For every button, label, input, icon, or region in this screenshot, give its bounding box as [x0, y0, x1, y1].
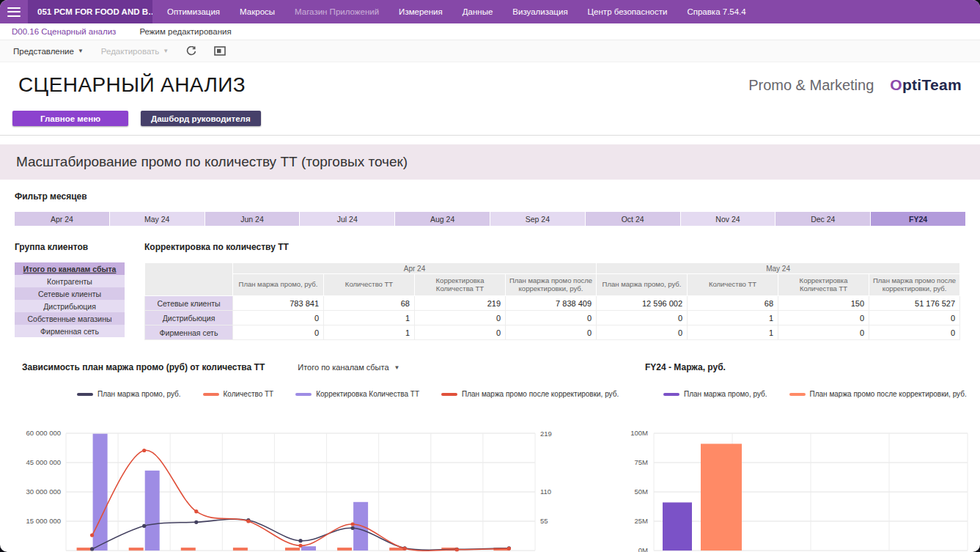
table-cell[interactable]: 0 [597, 325, 688, 340]
top-menubar: 051 PCM FOR FOOD AND B… ОптимизацияМакро… [0, 0, 980, 23]
table-cell[interactable]: 0 [415, 325, 506, 340]
table-cell[interactable]: 150 [778, 296, 869, 311]
month-filter-label: Фильтр месяцев [15, 191, 980, 202]
topbar-menu-item[interactable]: Магазин Приложений [295, 7, 379, 16]
table-cell[interactable]: 68 [324, 296, 415, 311]
month-filter-tab[interactable]: Nov 24 [681, 212, 776, 226]
client-groups-panel: Группа клиентов Итого по каналам сбытаКо… [15, 242, 125, 337]
table-row-label[interactable]: Фирменная сеть [145, 325, 233, 340]
table-month-group-header: May 24 [597, 263, 960, 274]
breadcrumb-dashboard-link[interactable]: D00.16 Сценарный анализ [12, 27, 116, 36]
main-menu-button[interactable]: Главное меню [12, 111, 128, 126]
table-row: Дистрибьюция01000100 [145, 311, 960, 325]
month-filter-tab[interactable]: Aug 24 [395, 212, 490, 226]
breadcrumb: D00.16 Сценарный анализ Режим редактиров… [0, 23, 980, 40]
client-group-item[interactable]: Сетевые клиенты [15, 287, 125, 300]
table-cell[interactable]: 0 [869, 325, 960, 340]
topbar-menu-item[interactable]: Оптимизация [167, 7, 220, 16]
table-row: Сетевые клиенты783 841682197 838 40912 5… [145, 296, 960, 311]
board-icon[interactable] [214, 46, 226, 56]
hamburger-menu-icon[interactable] [7, 7, 21, 17]
table-cell[interactable]: 68 [688, 296, 778, 311]
client-group-item[interactable]: Собственные магазины [15, 312, 125, 325]
table-cell[interactable]: 0 [778, 311, 869, 325]
table-cell[interactable]: 1 [324, 311, 415, 325]
edit-dropdown[interactable]: Редактировать ▼ [101, 47, 169, 56]
view-dropdown-label: Представление [13, 47, 74, 56]
legend-swatch [441, 393, 457, 396]
table-cell[interactable]: 0 [597, 311, 688, 325]
legend-swatch [203, 393, 219, 396]
legend-item: План маржа промо, руб. [663, 390, 767, 398]
legend-label: План маржа промо после корректировки, ру… [810, 390, 967, 398]
svg-text:0M: 0M [638, 546, 648, 552]
refresh-icon[interactable] [186, 46, 196, 56]
month-filter-tab[interactable]: Dec 24 [775, 212, 871, 226]
table-row-label[interactable]: Дистрибьюция [145, 311, 233, 325]
table-cell[interactable]: 12 596 002 [597, 296, 688, 311]
table-cell[interactable]: 783 841 [233, 296, 324, 311]
table-column-header: План маржа промо после корректировки, ру… [869, 274, 960, 296]
optiteam-logo: OptiTeam [890, 76, 962, 94]
chart-client-group-value: Итого по каналам сбыта [298, 363, 388, 372]
table-column-header: Количество ТТ [324, 274, 415, 296]
legend-label: План маржа промо, руб. [684, 390, 767, 398]
topbar-menu-item[interactable]: Визуализация [512, 7, 567, 16]
client-group-item[interactable]: Дистрибьюция [15, 300, 125, 312]
svg-text:55: 55 [540, 517, 548, 525]
table-cell[interactable]: 0 [233, 325, 324, 340]
month-filter-tab[interactable]: Sep 24 [490, 212, 586, 226]
client-group-item[interactable]: Контрагенты [15, 275, 125, 287]
topbar-menu-item[interactable]: Центр безопасности [588, 7, 668, 16]
month-filter-tab[interactable]: Jul 24 [300, 212, 395, 226]
topbar-menu-item[interactable]: Справка 7.54.4 [687, 7, 745, 16]
topbar-menu-item[interactable]: Макросы [240, 7, 275, 16]
table-cell[interactable]: 219 [415, 296, 506, 311]
section-header: Масштабирование промо по количеству ТТ (… [0, 144, 980, 180]
table-cell[interactable]: 1 [688, 311, 778, 325]
month-filter-tab[interactable]: Jun 24 [205, 212, 301, 226]
month-filter-tab[interactable]: Apr 24 [15, 212, 110, 226]
month-filter-tab[interactable]: Oct 24 [586, 212, 681, 226]
model-tab[interactable]: 051 PCM FOR FOOD AND B… [28, 0, 152, 23]
table-cell[interactable]: 0 [506, 311, 597, 325]
breadcrumb-edit-mode[interactable]: Режим редактирования [139, 27, 231, 36]
table-cell[interactable]: 1 [688, 325, 778, 340]
month-filter-tab[interactable]: FY24 [871, 212, 965, 226]
table-cell[interactable]: 7 838 409 [506, 296, 597, 311]
legend-swatch [789, 393, 806, 396]
table-cell[interactable]: 51 176 527 [869, 296, 960, 311]
table-row: Фирменная сеть01000100 [145, 325, 960, 340]
table-row-label[interactable]: Сетевые клиенты [145, 296, 233, 311]
month-filter-tab[interactable]: May 24 [110, 212, 205, 226]
table-cell[interactable]: 0 [869, 311, 960, 325]
table-column-header: Количество ТТ [688, 274, 778, 296]
fy24-chart-legend: План маржа промо, руб.План маржа промо п… [663, 390, 975, 398]
legend-label: План маржа промо, руб. [97, 390, 181, 398]
combo-chart: 60 000 00045 000 00030 000 00015 000 000… [22, 417, 568, 552]
topbar-menu-item[interactable]: Данные [463, 7, 493, 16]
legend-swatch [77, 393, 93, 396]
svg-text:50M: 50M [635, 487, 649, 496]
svg-text:25M: 25M [635, 517, 649, 525]
topbar-menu-item[interactable]: Измерения [399, 7, 443, 16]
app-window: 051 PCM FOR FOOD AND B… ОптимизацияМакро… [0, 0, 980, 552]
client-group-item[interactable]: Итого по каналам сбыта [15, 262, 125, 275]
table-cell[interactable]: 0 [778, 325, 869, 340]
table-cell[interactable]: 0 [415, 311, 506, 325]
table-column-header: Корректировка Количества ТТ [778, 274, 869, 296]
svg-text:219: 219 [540, 430, 552, 438]
title-right: Promo & Marketing OptiTeam [748, 76, 962, 94]
fy24-chart-panel: FY24 - Маржа, руб. План маржа промо, руб… [623, 362, 975, 552]
legend-label: Количество ТТ [224, 390, 274, 398]
view-dropdown[interactable]: Представление ▼ [13, 47, 84, 56]
table-cell[interactable]: 0 [506, 325, 597, 340]
chevron-down-icon: ▼ [394, 364, 400, 371]
table-cell[interactable]: 1 [324, 325, 415, 340]
table-cell[interactable]: 0 [233, 311, 324, 325]
legend-swatch [295, 393, 312, 396]
dashboard-button[interactable]: Дашборд руководителя [141, 111, 261, 126]
client-group-item[interactable]: Фирменная сеть [15, 325, 125, 337]
toolbar: Представление ▼ Редактировать ▼ [0, 40, 980, 62]
chart-client-group-dropdown[interactable]: Итого по каналам сбыта ▼ [298, 363, 399, 372]
